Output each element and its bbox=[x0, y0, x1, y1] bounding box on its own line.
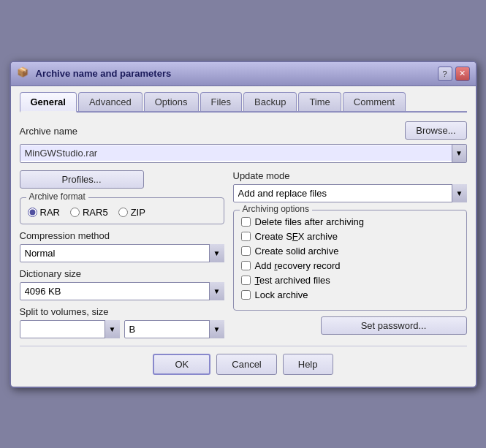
tab-backup[interactable]: Backup bbox=[243, 92, 297, 111]
right-column: Update mode Add and replace files Add an… bbox=[233, 170, 467, 338]
update-mode-label: Update mode bbox=[233, 170, 467, 181]
ok-button[interactable]: OK bbox=[153, 354, 210, 375]
profiles-button[interactable]: Profiles... bbox=[20, 170, 144, 189]
archive-format-options: RAR RAR5 ZIP bbox=[28, 207, 216, 218]
checkbox-test-archived[interactable]: Test archived files bbox=[241, 275, 459, 286]
checkbox-add-recovery-input[interactable] bbox=[241, 261, 251, 270]
left-column: Profiles... Archive format RAR RAR5 bbox=[20, 170, 224, 338]
set-password-row: Set password... bbox=[233, 316, 467, 335]
archiving-options-label: Archiving options bbox=[240, 204, 312, 214]
archive-name-input[interactable] bbox=[20, 145, 452, 161]
dictionary-size-section: Dictionary size 64 KB 128 KB 256 KB 512 … bbox=[20, 268, 224, 300]
archive-name-label: Archive name bbox=[20, 126, 77, 137]
close-button[interactable]: ✕ bbox=[455, 67, 470, 81]
checkbox-add-recovery-label: Add recovery record bbox=[255, 260, 341, 271]
help-button[interactable]: ? bbox=[438, 67, 452, 81]
archive-name-combo: ▼ bbox=[20, 144, 467, 163]
update-mode-section: Update mode Add and replace files Add an… bbox=[233, 170, 467, 202]
compression-method-select-wrap: Store Fastest Fast Normal Good Best bbox=[20, 244, 224, 262]
tab-options[interactable]: Options bbox=[144, 92, 199, 111]
set-password-button[interactable]: Set password... bbox=[321, 316, 467, 335]
dictionary-size-label: Dictionary size bbox=[20, 268, 224, 279]
checkbox-create-sfx[interactable]: Create SFX archive bbox=[241, 231, 459, 242]
tab-time[interactable]: Time bbox=[298, 92, 341, 111]
radio-rar5-input[interactable] bbox=[70, 208, 80, 217]
radio-zip-label: ZIP bbox=[131, 207, 145, 218]
checkbox-create-solid[interactable]: Create solid archive bbox=[241, 246, 459, 257]
archiving-options-group: Archiving options Delete files after arc… bbox=[233, 210, 467, 311]
title-buttons: ? ✕ bbox=[438, 67, 470, 81]
update-mode-select[interactable]: Add and replace files Add and update fil… bbox=[233, 184, 467, 202]
archive-name-row: Archive name Browse... bbox=[20, 121, 467, 140]
radio-zip-input[interactable] bbox=[118, 208, 128, 217]
split-unit-select[interactable]: B KB MB GB bbox=[124, 320, 224, 338]
checkbox-delete-files-input[interactable] bbox=[241, 217, 251, 227]
archive-name-input-wrap: ▼ bbox=[20, 144, 467, 163]
archive-format-group: Archive format RAR RAR5 ZIP bbox=[20, 197, 224, 224]
radio-rar[interactable]: RAR bbox=[28, 207, 60, 218]
split-volumes-label: Split to volumes, size bbox=[20, 306, 224, 317]
compression-method-section: Compression method Store Fastest Fast No… bbox=[20, 230, 224, 262]
checkbox-create-sfx-label: Create SFX archive bbox=[255, 231, 338, 242]
title-bar-left: 📦 Archive name and parameters bbox=[17, 67, 172, 81]
main-dialog: 📦 Archive name and parameters ? ✕ Genera… bbox=[10, 61, 477, 388]
checkbox-add-recovery[interactable]: Add recovery record bbox=[241, 260, 459, 271]
radio-rar-input[interactable] bbox=[28, 208, 37, 217]
tab-advanced[interactable]: Advanced bbox=[78, 92, 143, 111]
radio-rar5-label: RAR5 bbox=[83, 207, 108, 218]
compression-method-label: Compression method bbox=[20, 230, 224, 241]
archive-format-label: Archive format bbox=[26, 191, 88, 202]
dictionary-size-select-wrap: 64 KB 128 KB 256 KB 512 KB 1024 KB 2048 … bbox=[20, 282, 224, 300]
split-unit-wrap: B KB MB GB bbox=[124, 320, 224, 338]
dictionary-size-select[interactable]: 64 KB 128 KB 256 KB 512 KB 1024 KB 2048 … bbox=[20, 282, 224, 300]
dialog-footer: OK Cancel Help bbox=[20, 346, 467, 378]
tab-files[interactable]: Files bbox=[200, 92, 242, 111]
checkbox-create-sfx-input[interactable] bbox=[241, 232, 251, 241]
tab-bar: General Advanced Options Files Backup Ti… bbox=[20, 92, 467, 113]
dialog-icon: 📦 bbox=[17, 67, 31, 81]
checkbox-delete-files[interactable]: Delete files after archiving bbox=[241, 216, 459, 227]
checkbox-test-archived-label: Test archived files bbox=[255, 275, 330, 286]
checkbox-lock-archive-input[interactable] bbox=[241, 290, 251, 300]
help-footer-button[interactable]: Help bbox=[283, 354, 333, 375]
split-value-wrap: 100 650 700 4096 bbox=[20, 320, 120, 338]
radio-zip[interactable]: ZIP bbox=[118, 207, 145, 218]
checkbox-create-solid-input[interactable] bbox=[241, 246, 251, 256]
browse-button[interactable]: Browse... bbox=[405, 121, 466, 140]
tab-general[interactable]: General bbox=[20, 92, 77, 113]
radio-rar-label: RAR bbox=[40, 207, 60, 218]
dialog-body: General Advanced Options Files Backup Ti… bbox=[11, 86, 476, 387]
split-volumes-row: 100 650 700 4096 B KB MB GB bbox=[20, 320, 224, 338]
update-mode-select-wrap: Add and replace files Add and update fil… bbox=[233, 184, 467, 202]
radio-rar5[interactable]: RAR5 bbox=[70, 207, 108, 218]
checkbox-create-solid-label: Create solid archive bbox=[255, 246, 339, 257]
main-content: Profiles... Archive format RAR RAR5 bbox=[20, 170, 467, 338]
title-bar: 📦 Archive name and parameters ? ✕ bbox=[11, 62, 476, 86]
checkbox-lock-archive[interactable]: Lock archive bbox=[241, 289, 459, 300]
dialog-title: Archive name and parameters bbox=[36, 68, 172, 79]
tab-comment[interactable]: Comment bbox=[343, 92, 406, 111]
checkbox-delete-files-label: Delete files after archiving bbox=[255, 216, 365, 227]
split-value-select[interactable]: 100 650 700 4096 bbox=[20, 320, 120, 338]
cancel-button[interactable]: Cancel bbox=[216, 354, 276, 375]
checkbox-lock-archive-label: Lock archive bbox=[255, 289, 308, 300]
split-volumes-section: Split to volumes, size 100 650 700 4096 bbox=[20, 306, 224, 338]
checkbox-test-archived-input[interactable] bbox=[241, 276, 251, 285]
compression-method-select[interactable]: Store Fastest Fast Normal Good Best bbox=[20, 244, 224, 262]
archive-name-dropdown-arrow[interactable]: ▼ bbox=[452, 145, 466, 162]
